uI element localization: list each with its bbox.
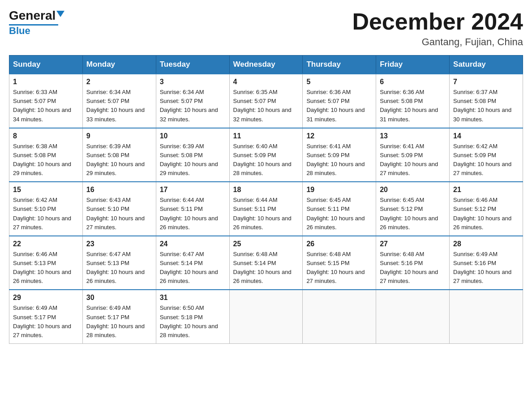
sunset-label: Sunset: 5:15 PM <box>306 260 349 266</box>
calendar-day: 11 Sunrise: 6:40 AM Sunset: 5:09 PM Dayl… <box>229 128 303 182</box>
calendar-day <box>303 290 376 343</box>
day-number: 28 <box>453 240 519 248</box>
day-info: Sunrise: 6:37 AM Sunset: 5:08 PM Dayligh… <box>453 88 519 124</box>
day-info: Sunrise: 6:39 AM Sunset: 5:08 PM Dayligh… <box>86 142 152 178</box>
calendar-day: 19 Sunrise: 6:45 AM Sunset: 5:11 PM Dayl… <box>303 182 376 236</box>
week-row-5: 29 Sunrise: 6:49 AM Sunset: 5:17 PM Dayl… <box>9 290 523 343</box>
sunset-label: Sunset: 5:09 PM <box>306 152 349 158</box>
sunrise-label: Sunrise: 6:44 AM <box>160 197 204 203</box>
sunrise-label: Sunrise: 6:47 AM <box>86 251 131 257</box>
header-sunday: Sunday <box>9 56 83 74</box>
header-friday: Friday <box>376 56 450 74</box>
day-number: 20 <box>380 186 446 194</box>
sunset-label: Sunset: 5:16 PM <box>453 260 496 266</box>
calendar-day: 20 Sunrise: 6:45 AM Sunset: 5:12 PM Dayl… <box>376 182 450 236</box>
daylight-label: Daylight: 10 hours and 30 minutes. <box>453 107 511 122</box>
day-info: Sunrise: 6:36 AM Sunset: 5:08 PM Dayligh… <box>380 88 446 124</box>
sunset-label: Sunset: 5:08 PM <box>160 152 203 158</box>
day-number: 18 <box>233 186 299 194</box>
sunset-label: Sunset: 5:11 PM <box>306 206 349 212</box>
sunrise-label: Sunrise: 6:44 AM <box>233 197 278 203</box>
sunset-label: Sunset: 5:14 PM <box>160 260 203 266</box>
daylight-label: Daylight: 10 hours and 33 minutes. <box>86 107 145 122</box>
sunset-label: Sunset: 5:13 PM <box>86 260 129 266</box>
header-thursday: Thursday <box>303 56 376 74</box>
logo-blue: Blue <box>9 26 30 36</box>
calendar-day: 9 Sunrise: 6:39 AM Sunset: 5:08 PM Dayli… <box>82 128 156 182</box>
sunrise-label: Sunrise: 6:38 AM <box>13 143 57 150</box>
day-info: Sunrise: 6:42 AM Sunset: 5:09 PM Dayligh… <box>453 142 519 178</box>
header-saturday: Saturday <box>450 56 523 74</box>
calendar-day: 4 Sunrise: 6:35 AM Sunset: 5:07 PM Dayli… <box>229 74 303 128</box>
day-info: Sunrise: 6:41 AM Sunset: 5:09 PM Dayligh… <box>380 142 446 178</box>
day-number: 15 <box>13 186 79 194</box>
day-info: Sunrise: 6:47 AM Sunset: 5:14 PM Dayligh… <box>160 250 226 286</box>
day-number: 12 <box>306 132 372 140</box>
daylight-label: Daylight: 10 hours and 27 minutes. <box>453 161 511 176</box>
sunrise-label: Sunrise: 6:42 AM <box>453 143 498 150</box>
sunset-label: Sunset: 5:13 PM <box>13 260 56 266</box>
calendar-day: 5 Sunrise: 6:36 AM Sunset: 5:07 PM Dayli… <box>303 74 376 128</box>
day-info: Sunrise: 6:35 AM Sunset: 5:07 PM Dayligh… <box>233 88 299 124</box>
sunrise-label: Sunrise: 6:46 AM <box>453 197 498 203</box>
daylight-label: Daylight: 10 hours and 27 minutes. <box>13 323 71 338</box>
day-info: Sunrise: 6:48 AM Sunset: 5:16 PM Dayligh… <box>380 250 446 286</box>
calendar-table: Sunday Monday Tuesday Wednesday Thursday… <box>9 55 523 344</box>
day-number: 11 <box>233 132 299 140</box>
sunset-label: Sunset: 5:10 PM <box>86 206 129 212</box>
sunset-label: Sunset: 5:09 PM <box>233 152 276 158</box>
daylight-label: Daylight: 10 hours and 27 minutes. <box>380 161 438 176</box>
day-info: Sunrise: 6:45 AM Sunset: 5:11 PM Dayligh… <box>306 196 372 232</box>
sunset-label: Sunset: 5:12 PM <box>380 206 423 212</box>
day-info: Sunrise: 6:34 AM Sunset: 5:07 PM Dayligh… <box>160 88 226 124</box>
sunrise-label: Sunrise: 6:49 AM <box>13 304 57 311</box>
sunset-label: Sunset: 5:07 PM <box>86 98 129 104</box>
day-number: 5 <box>306 78 372 86</box>
day-info: Sunrise: 6:43 AM Sunset: 5:10 PM Dayligh… <box>86 196 152 232</box>
calendar-day <box>376 290 450 343</box>
logo: General Blue <box>9 9 64 36</box>
sunrise-label: Sunrise: 6:36 AM <box>306 89 351 95</box>
calendar-day: 27 Sunrise: 6:48 AM Sunset: 5:16 PM Dayl… <box>376 236 450 290</box>
day-number: 24 <box>160 240 226 248</box>
sunrise-label: Sunrise: 6:34 AM <box>160 89 204 95</box>
sunset-label: Sunset: 5:12 PM <box>453 206 496 212</box>
day-number: 29 <box>13 294 79 302</box>
calendar-day: 6 Sunrise: 6:36 AM Sunset: 5:08 PM Dayli… <box>376 74 450 128</box>
day-number: 13 <box>380 132 446 140</box>
sunset-label: Sunset: 5:17 PM <box>86 314 129 321</box>
day-number: 4 <box>233 78 299 86</box>
day-number: 26 <box>306 240 372 248</box>
day-info: Sunrise: 6:36 AM Sunset: 5:07 PM Dayligh… <box>306 88 372 124</box>
day-number: 22 <box>13 240 79 248</box>
calendar-day <box>229 290 303 343</box>
sunrise-label: Sunrise: 6:49 AM <box>453 251 498 257</box>
daylight-label: Daylight: 10 hours and 26 minutes. <box>233 269 292 284</box>
sunrise-label: Sunrise: 6:33 AM <box>13 89 57 95</box>
day-info: Sunrise: 6:46 AM Sunset: 5:13 PM Dayligh… <box>13 250 79 286</box>
day-info: Sunrise: 6:49 AM Sunset: 5:16 PM Dayligh… <box>453 250 519 286</box>
calendar-subtitle: Gantang, Fujian, China <box>352 36 523 48</box>
sunrise-label: Sunrise: 6:39 AM <box>86 143 131 150</box>
sunrise-label: Sunrise: 6:35 AM <box>233 89 278 95</box>
day-info: Sunrise: 6:39 AM Sunset: 5:08 PM Dayligh… <box>160 142 226 178</box>
week-row-1: 1 Sunrise: 6:33 AM Sunset: 5:07 PM Dayli… <box>9 74 523 128</box>
sunrise-label: Sunrise: 6:39 AM <box>160 143 204 150</box>
week-row-3: 15 Sunrise: 6:42 AM Sunset: 5:10 PM Dayl… <box>9 182 523 236</box>
day-info: Sunrise: 6:48 AM Sunset: 5:15 PM Dayligh… <box>306 250 372 286</box>
sunrise-label: Sunrise: 6:40 AM <box>233 143 278 150</box>
day-info: Sunrise: 6:44 AM Sunset: 5:11 PM Dayligh… <box>160 196 226 232</box>
sunrise-label: Sunrise: 6:49 AM <box>86 304 131 311</box>
day-info: Sunrise: 6:38 AM Sunset: 5:08 PM Dayligh… <box>13 142 79 178</box>
sunset-label: Sunset: 5:07 PM <box>13 98 56 104</box>
day-info: Sunrise: 6:46 AM Sunset: 5:12 PM Dayligh… <box>453 196 519 232</box>
sunrise-label: Sunrise: 6:34 AM <box>86 89 131 95</box>
daylight-label: Daylight: 10 hours and 29 minutes. <box>86 161 145 176</box>
daylight-label: Daylight: 10 hours and 31 minutes. <box>380 107 438 122</box>
daylight-label: Daylight: 10 hours and 27 minutes. <box>306 269 365 284</box>
daylight-label: Daylight: 10 hours and 31 minutes. <box>306 107 365 122</box>
sunset-label: Sunset: 5:08 PM <box>453 98 496 104</box>
day-info: Sunrise: 6:45 AM Sunset: 5:12 PM Dayligh… <box>380 196 446 232</box>
daylight-label: Daylight: 10 hours and 27 minutes. <box>453 269 511 284</box>
day-number: 30 <box>86 294 152 302</box>
